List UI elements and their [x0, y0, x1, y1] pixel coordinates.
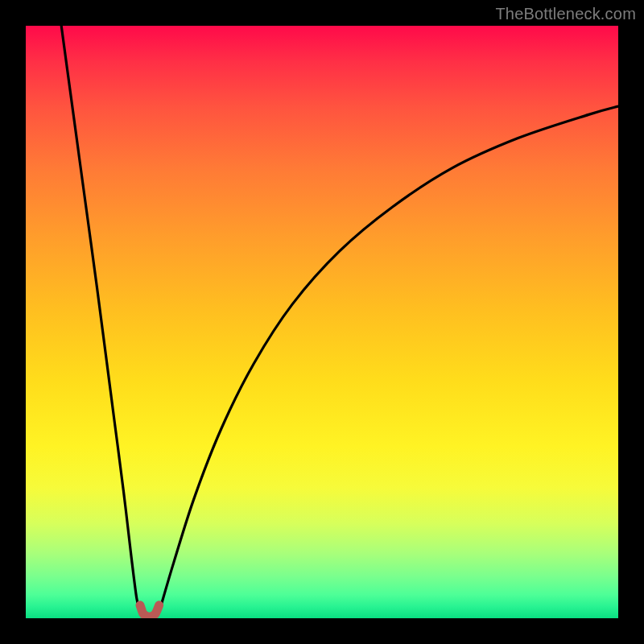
left-curve	[61, 26, 140, 613]
watermark-text: TheBottleneck.com	[495, 5, 636, 23]
trough-marker	[140, 605, 159, 617]
chart-frame: TheBottleneck.com	[0, 0, 644, 644]
right-curve	[159, 106, 618, 613]
plot-area	[26, 26, 618, 618]
curve-layer	[26, 26, 618, 618]
